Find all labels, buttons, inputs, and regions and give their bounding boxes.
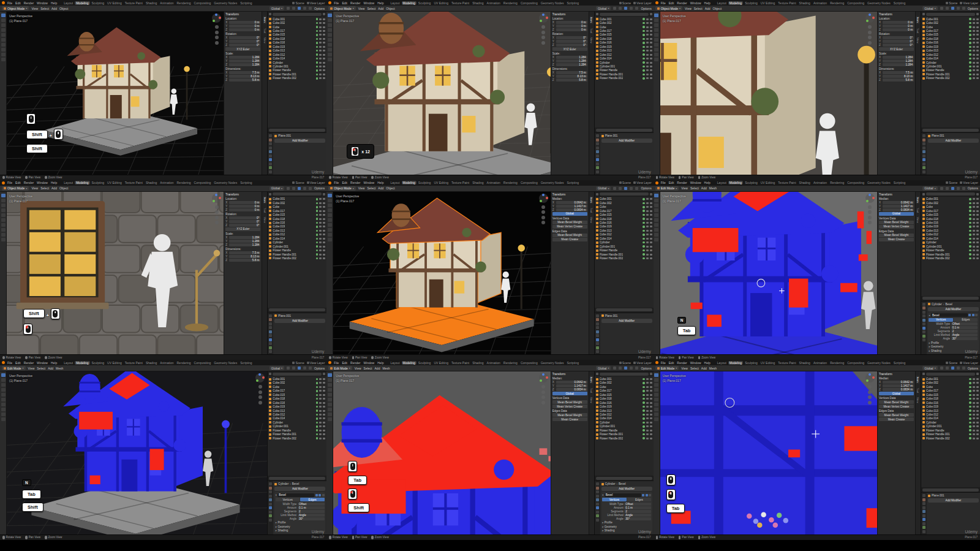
header-menu-object[interactable]: Object [59,186,68,190]
visibility-eye-icon[interactable] [319,414,322,416]
mean-bevel-weight-field[interactable]: Mean Bevel Weight [552,234,587,237]
header-menu-add[interactable]: Add [375,367,380,370]
tool-icon[interactable] [654,48,658,51]
workspace-tab-layout[interactable]: Layout [390,181,401,184]
tool-icon[interactable] [654,378,658,382]
properties-tab-icon[interactable] [596,146,599,150]
header-menu-object[interactable]: Object [386,7,394,10]
navigation-gizmo[interactable] [255,373,265,382]
render-camera-icon[interactable] [976,46,979,48]
visibility-eye-icon[interactable] [646,38,649,40]
median-value-field[interactable]: 0.0642 m [883,201,914,204]
tool-icon[interactable] [328,18,332,22]
snap-magnet-icon[interactable] [613,7,616,10]
mean-crease-field[interactable]: Mean Crease [552,238,587,241]
viewport-3d[interactable]: User Perspective(1) Plane.017NTab [660,192,877,355]
render-camera-icon[interactable] [976,38,979,40]
visibility-eye-icon[interactable] [973,241,975,243]
visibility-eye-icon[interactable] [319,249,322,251]
overlays-toggle-icon[interactable] [951,187,954,190]
tool-icon[interactable] [654,43,658,47]
workspace-tab-scripting[interactable]: Scripting [565,181,579,184]
add-modifier-button[interactable]: Add Modifier [928,139,979,143]
scene-selector[interactable]: Scene [946,181,957,184]
outliner-search-input[interactable] [600,373,649,376]
workspace-tab-geometry-nodes[interactable]: Geometry Nodes [540,361,565,365]
view-layer-selector[interactable]: View Layer [960,181,978,184]
visibility-eye-icon[interactable] [319,378,322,380]
properties-tab-icon[interactable] [269,162,272,165]
tool-icon[interactable] [654,218,658,222]
add-modifier-button[interactable]: Add Modifier [928,498,979,503]
scale-value-field[interactable]: 1.284 [229,236,260,239]
render-camera-icon[interactable] [650,241,652,243]
scale-value-field[interactable]: 1.284 [229,240,260,243]
transform-orientation-selector[interactable]: Global [270,366,284,370]
rotation-value-field[interactable]: 0° [883,36,914,39]
render-camera-icon[interactable] [323,241,325,243]
header-menu-select[interactable]: Select [694,7,703,10]
properties-tab-icon[interactable] [269,322,272,325]
proportional-edit-icon[interactable] [292,7,295,10]
workspace-tab-shading[interactable]: Shading [471,181,484,184]
mean-bevel-weight-field[interactable]: Mean Bevel Weight [879,234,914,237]
options-menu[interactable]: Options [968,186,978,190]
visibility-eye-icon[interactable] [319,234,322,235]
tool-icon[interactable] [1,33,6,37]
camera-view-icon[interactable] [541,36,545,39]
dimension-value-field[interactable]: 7.5 m [229,251,260,254]
render-camera-icon[interactable] [650,234,652,235]
render-camera-icon[interactable] [650,66,652,67]
render-camera-icon[interactable] [323,226,325,227]
camera-view-icon[interactable] [258,395,262,399]
app-menu-file[interactable]: File [660,181,666,184]
bevel-tab-vertices[interactable]: Vertices [276,498,300,501]
blender-logo-icon[interactable] [328,1,331,4]
mean-bevel-weight-field[interactable]: Mean Bevel Weight [879,221,914,224]
tool-icon[interactable] [654,388,658,392]
setting-value-field[interactable]: 30° [624,517,651,520]
visibility-eye-icon[interactable] [973,222,975,224]
rotation-value-field[interactable]: 0° [556,40,587,43]
workspace-tab-uv-editing[interactable]: UV Editing [432,1,450,5]
workspace-tab-texture-paint[interactable]: Texture Paint [450,1,470,5]
proportional-edit-icon[interactable] [619,187,622,190]
render-camera-icon[interactable] [650,238,652,240]
zoom-tool-icon[interactable] [215,25,219,29]
app-menu-edit[interactable]: Edit [15,181,21,184]
workspace-tab-sculpting[interactable]: Sculpting [744,181,759,184]
app-menu-window[interactable]: Window [36,181,48,184]
location-value-field[interactable]: 0 m [229,205,260,208]
app-menu-render[interactable]: Render [350,361,361,365]
properties-tab-icon[interactable] [596,134,599,137]
rotation-mode-dropdown[interactable]: XYZ Euler [225,47,260,51]
visibility-eye-icon[interactable] [973,69,975,71]
tool-icon[interactable] [1,28,6,32]
workspace-tab-texture-paint[interactable]: Texture Paint [777,1,797,5]
properties-tab-icon[interactable] [269,170,272,173]
workspace-tab-animation[interactable]: Animation [812,181,828,184]
tool-icon[interactable] [654,383,658,387]
render-camera-icon[interactable] [323,74,325,75]
outliner-search-input[interactable] [600,192,649,196]
modifier-render-toggle-icon[interactable] [972,314,974,316]
visibility-eye-icon[interactable] [646,382,649,384]
filter-options-icon[interactable] [650,373,652,375]
tool-icon[interactable] [328,28,332,32]
mean-vertex-crease-field[interactable]: Mean Vertex Crease [879,405,914,408]
snap-magnet-icon[interactable] [940,187,943,190]
render-camera-icon[interactable] [650,206,652,208]
visibility-eye-icon[interactable] [319,394,322,396]
properties-tab-icon[interactable] [922,303,925,306]
workspace-tab-compositing[interactable]: Compositing [846,1,865,5]
header-menu-view[interactable]: View [31,186,38,190]
visibility-eye-icon[interactable] [319,30,322,32]
app-menu-edit[interactable]: Edit [341,361,348,365]
options-menu[interactable]: Options [314,367,325,370]
scene-selector[interactable]: Scene [946,1,957,5]
app-menu-edit[interactable]: Edit [15,1,21,5]
tool-icon[interactable] [1,23,6,27]
properties-tab-icon[interactable] [269,498,272,501]
workspace-tab-geometry-nodes[interactable]: Geometry Nodes [866,1,892,5]
render-camera-icon[interactable] [976,74,979,75]
